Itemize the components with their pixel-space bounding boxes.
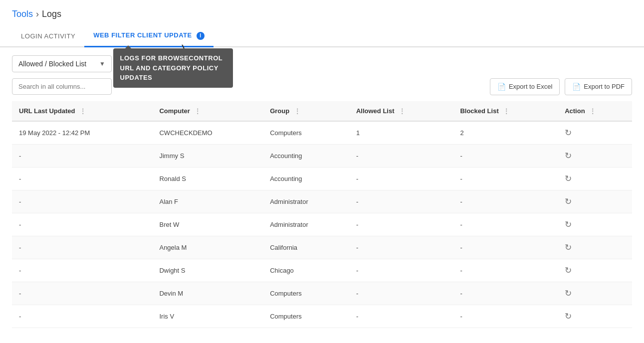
table-row: -Angela MCalifornia-- bbox=[12, 236, 632, 259]
tab-login-activity-label: LOGIN ACTIVITY bbox=[21, 32, 75, 40]
table-row: -Ronald SAccounting-- bbox=[12, 168, 632, 190]
cell-row7-col2: Computers bbox=[263, 282, 349, 305]
export-excel-button[interactable]: 📄 Export to Excel bbox=[490, 78, 560, 95]
cell-row3-action bbox=[558, 190, 632, 213]
cell-row4-col3: - bbox=[349, 213, 453, 236]
cell-row7-col0: - bbox=[12, 282, 152, 305]
cell-row5-col4: - bbox=[453, 236, 558, 259]
data-table-container: URL Last Updated ⋮ Computer ⋮ Group ⋮ Al… bbox=[0, 101, 644, 329]
cell-row8-col3: - bbox=[349, 305, 453, 328]
col-header-action: Action ⋮ bbox=[558, 101, 632, 122]
cell-row4-action bbox=[558, 213, 632, 236]
export-pdf-label: Export to PDF bbox=[584, 83, 625, 90]
chevron-down-icon: ▼ bbox=[99, 60, 105, 67]
cell-row3-col1: Alan F bbox=[152, 190, 263, 213]
refresh-button[interactable] bbox=[565, 311, 572, 322]
cell-row6-col2: Chicago bbox=[263, 259, 349, 282]
cell-row2-col0: - bbox=[12, 168, 152, 190]
cell-row2-col3: - bbox=[349, 168, 453, 190]
cell-row6-col0: - bbox=[12, 259, 152, 282]
table-row: -Bret WAdministrator-- bbox=[12, 213, 632, 236]
cell-row5-action bbox=[558, 236, 632, 259]
table-row: -Dwight SChicago-- bbox=[12, 259, 632, 282]
filter-dropdown[interactable]: Allowed / Blocked List ▼ bbox=[12, 55, 112, 72]
cell-row4-col0: - bbox=[12, 213, 152, 236]
col-menu-icon-4[interactable]: ⋮ bbox=[503, 108, 509, 115]
refresh-button[interactable] bbox=[565, 219, 572, 230]
cell-row6-col3: - bbox=[349, 259, 453, 282]
cell-row1-col2: Accounting bbox=[263, 145, 349, 168]
data-table: URL Last Updated ⋮ Computer ⋮ Group ⋮ Al… bbox=[12, 101, 632, 329]
cell-row0-action bbox=[558, 121, 632, 145]
breadcrumb: Tools › Logs bbox=[0, 0, 644, 26]
col-menu-icon-1[interactable]: ⋮ bbox=[195, 108, 201, 115]
col-header-url-last-updated: URL Last Updated ⋮ bbox=[12, 101, 152, 122]
cell-row4-col2: Administrator bbox=[263, 213, 349, 236]
refresh-button[interactable] bbox=[565, 128, 572, 138]
pdf-icon: 📄 bbox=[572, 83, 581, 91]
search-export-bar: 📄 Export to Excel 📄 Export to PDF bbox=[0, 78, 644, 101]
cell-row6-col1: Dwight S bbox=[152, 259, 263, 282]
cell-row6-action bbox=[558, 259, 632, 282]
cell-row0-col0: 19 May 2022 - 12:42 PM bbox=[12, 121, 152, 145]
refresh-button[interactable] bbox=[565, 196, 572, 207]
table-row: -Iris VComputers-- bbox=[12, 305, 632, 328]
col-menu-icon-0[interactable]: ⋮ bbox=[80, 108, 86, 115]
refresh-button[interactable] bbox=[565, 151, 572, 161]
cell-row6-col4: - bbox=[453, 259, 558, 282]
cell-row1-col3: - bbox=[349, 145, 453, 168]
cell-row7-col1: Devin M bbox=[152, 282, 263, 305]
cell-row1-col1: Jimmy S bbox=[152, 145, 263, 168]
tab-login-activity[interactable]: LOGIN ACTIVITY bbox=[12, 27, 84, 47]
export-pdf-button[interactable]: 📄 Export to PDF bbox=[565, 78, 632, 95]
table-row: -Jimmy SAccounting-- bbox=[12, 145, 632, 168]
cell-row7-action bbox=[558, 282, 632, 305]
cell-row0-col3: 1 bbox=[349, 121, 453, 145]
tab-bar: LOGIN ACTIVITY WEB FILTER CLIENT UPDATE … bbox=[0, 26, 644, 47]
refresh-button[interactable] bbox=[565, 288, 572, 299]
cell-row2-col1: Ronald S bbox=[152, 168, 263, 190]
col-header-computer: Computer ⋮ bbox=[152, 101, 263, 122]
cell-row5-col3: - bbox=[349, 236, 453, 259]
excel-icon: 📄 bbox=[497, 83, 506, 91]
cell-row8-col2: Computers bbox=[263, 305, 349, 328]
table-row: -Alan FAdministrator-- bbox=[12, 190, 632, 213]
tab-web-filter-label: WEB FILTER CLIENT UPDATE bbox=[93, 31, 192, 39]
table-row: -Devin MComputers-- bbox=[12, 282, 632, 305]
cell-row3-col4: - bbox=[453, 190, 558, 213]
export-excel-label: Export to Excel bbox=[509, 83, 552, 90]
cell-row7-col4: - bbox=[453, 282, 558, 305]
col-menu-icon-3[interactable]: ⋮ bbox=[399, 108, 405, 115]
cell-row0-col2: Computers bbox=[263, 121, 349, 145]
dropdown-label: Allowed / Blocked List bbox=[18, 60, 86, 68]
cell-row5-col0: - bbox=[12, 236, 152, 259]
col-menu-icon-5[interactable]: ⋮ bbox=[590, 108, 596, 115]
refresh-button[interactable] bbox=[565, 173, 572, 184]
cell-row2-col4: - bbox=[453, 168, 558, 190]
breadcrumb-separator: › bbox=[36, 9, 39, 19]
refresh-button[interactable] bbox=[565, 242, 572, 253]
cell-row4-col4: - bbox=[453, 213, 558, 236]
cell-row0-col1: CWCHECKDEMO bbox=[152, 121, 263, 145]
col-header-group: Group ⋮ bbox=[263, 101, 349, 122]
col-menu-icon-2[interactable]: ⋮ bbox=[294, 108, 300, 115]
refresh-button[interactable] bbox=[565, 265, 572, 276]
search-input[interactable] bbox=[12, 78, 112, 95]
table-header-row: URL Last Updated ⋮ Computer ⋮ Group ⋮ Al… bbox=[12, 101, 632, 122]
cell-row3-col0: - bbox=[12, 190, 152, 213]
cell-row1-col0: - bbox=[12, 145, 152, 168]
cell-row7-col3: - bbox=[349, 282, 453, 305]
tab-web-filter-client-update[interactable]: WEB FILTER CLIENT UPDATE i Logs for Brow… bbox=[84, 26, 214, 47]
cell-row1-col4: - bbox=[453, 145, 558, 168]
cell-row5-col1: Angela M bbox=[152, 236, 263, 259]
col-header-allowed-list: Allowed List ⋮ bbox=[349, 101, 453, 122]
info-icon[interactable]: i bbox=[197, 32, 205, 40]
cell-row0-col4: 2 bbox=[453, 121, 558, 145]
breadcrumb-parent[interactable]: Tools bbox=[12, 9, 33, 19]
cell-row1-action bbox=[558, 145, 632, 168]
cell-row3-col3: - bbox=[349, 190, 453, 213]
cell-row2-action bbox=[558, 168, 632, 190]
cell-row3-col2: Administrator bbox=[263, 190, 349, 213]
cell-row5-col2: California bbox=[263, 236, 349, 259]
cell-row8-col1: Iris V bbox=[152, 305, 263, 328]
